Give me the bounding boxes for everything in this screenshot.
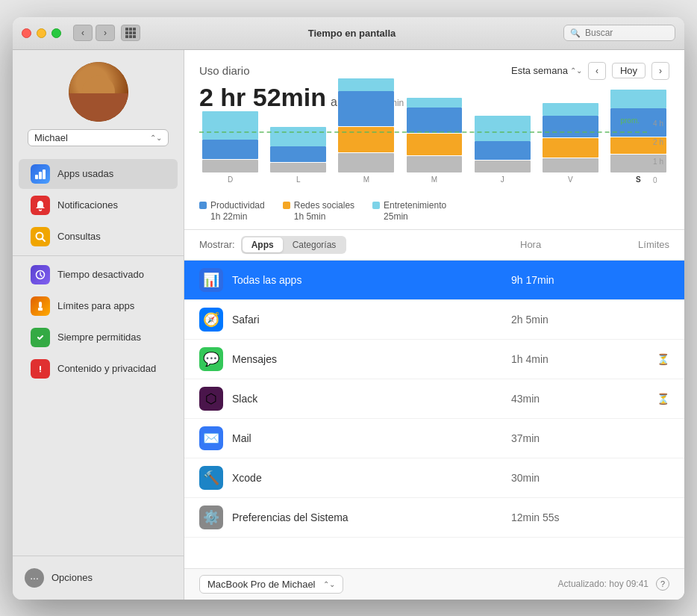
sidebar-item-consultas[interactable]: Consultas <box>19 222 178 252</box>
table-row-mensajes[interactable]: 💬Mensajes1h 4min⏳ <box>184 340 684 379</box>
legend-redes: Redes sociales 1h 5min <box>283 200 354 222</box>
sidebar-item-limites-para-apps[interactable]: Límites para apps <box>19 291 178 321</box>
col-hora-header: Hora <box>520 239 610 250</box>
svg-rect-1 <box>39 172 42 179</box>
apps-usadas-icon <box>31 164 50 184</box>
legend-dot-productividad <box>199 202 207 209</box>
sidebar-item-apps-usadas[interactable]: Apps usadas <box>19 159 178 189</box>
app-time-mensajes: 1h 4min <box>511 353 601 365</box>
bar-entertain-1 <box>270 127 326 146</box>
table-row-slack[interactable]: ⬡Slack43min⏳ <box>184 379 684 419</box>
tab-apps[interactable]: Apps <box>243 237 283 252</box>
device-select[interactable]: MacBook Pro de Michael <box>207 579 316 590</box>
sidebar-label-limites-para-apps: Límites para apps <box>57 300 134 311</box>
app-name-preferencias: Preferencias del Sistema <box>232 511 502 523</box>
device-select-wrapper[interactable]: MacBook Pro de Michael ⌃⌄ <box>199 575 343 594</box>
bar-group-J[interactable]: J <box>472 116 534 184</box>
bar-day-label-5: V <box>568 175 573 184</box>
chart-title: Uso diario <box>199 64 250 77</box>
app-name-mail: Mail <box>232 432 502 444</box>
options-label: Opciones <box>51 572 93 583</box>
sidebar-item-siempre-permitidas[interactable]: Siempre permitidas <box>19 323 178 352</box>
table-row-safari[interactable]: 🧭Safari2h 5min <box>184 300 684 340</box>
main-content: Michael ⌃⌄ Apps usadas Notificaciones <box>13 50 684 600</box>
bar-entertain-5 <box>543 103 598 116</box>
bar-group-L[interactable]: L <box>267 127 329 184</box>
y-label-4h: 4 h <box>653 119 663 128</box>
legend-name-entretenimiento: Entretenimiento <box>384 200 446 211</box>
notificaciones-icon <box>31 196 50 215</box>
legend-productividad-row: Productividad <box>199 200 265 211</box>
bar-entertain-6 <box>610 90 666 109</box>
legend-redes-row: Redes sociales <box>283 200 354 211</box>
bar-day-label-6: S <box>636 175 641 184</box>
period-selector[interactable]: Esta semana ⌃⌄ <box>511 65 582 76</box>
bar-group-V[interactable]: V <box>540 103 601 184</box>
table-row-todas-las-apps[interactable]: 📊Todas las apps9h 17min <box>184 261 684 300</box>
period-label: Esta semana <box>511 65 568 76</box>
table-row-mail[interactable]: ✉️Mail37min <box>184 419 684 458</box>
bar-group-M[interactable]: M <box>403 98 465 184</box>
limites-para-apps-icon <box>31 296 50 316</box>
table-row-xcode[interactable]: 🔨Xcode30min <box>184 458 684 498</box>
bar-day-label-1: L <box>296 175 301 184</box>
search-bar[interactable]: 🔍 <box>563 25 675 41</box>
legend-value-productividad: 1h 22min <box>210 211 265 222</box>
app-time-preferencias: 12min 55s <box>511 511 601 523</box>
bar-social-5 <box>543 138 598 158</box>
back-button[interactable]: ‹ <box>73 25 93 41</box>
col-limites-header: Límites <box>610 239 669 250</box>
app-icon-xcode: 🔨 <box>199 466 223 490</box>
sidebar-item-tiempo-desactivado[interactable]: Tiempo desactivado <box>19 260 178 290</box>
today-button[interactable]: Hoy <box>612 63 646 78</box>
user-select-wrapper[interactable]: Michael ⌃⌄ <box>28 129 169 146</box>
app-name-slack: Slack <box>232 393 502 405</box>
grid-button[interactable] <box>121 25 140 41</box>
traffic-lights <box>22 28 61 38</box>
user-select[interactable]: Michael <box>34 132 147 143</box>
consultas-icon <box>31 227 50 246</box>
options-item[interactable]: ··· Opciones <box>25 565 172 591</box>
right-panel: Uso diario Esta semana ⌃⌄ ‹ Hoy › 2 hr 5… <box>184 50 684 600</box>
prev-period-button[interactable]: ‹ <box>588 62 606 80</box>
bar-prod-0 <box>202 140 258 159</box>
maximize-button[interactable] <box>51 28 61 38</box>
bar-entertain-0 <box>202 111 258 140</box>
table-row-preferencias[interactable]: ⚙️Preferencias del Sistema12min 55s <box>184 498 684 538</box>
sidebar-spacer <box>13 385 184 556</box>
bar-group-D[interactable]: D <box>199 111 261 184</box>
bar-prod-3 <box>407 108 463 133</box>
svg-rect-6 <box>38 308 43 311</box>
titlebar: ‹ › Tiempo en pantalla 🔍 <box>13 17 684 50</box>
app-time-safari: 2h 5min <box>511 314 601 326</box>
next-period-button[interactable]: › <box>651 62 669 80</box>
sidebar-label-tiempo-desactivado: Tiempo desactivado <box>57 269 144 280</box>
select-arrows-icon: ⌃⌄ <box>150 134 162 142</box>
minimize-button[interactable] <box>37 28 46 38</box>
bar-stack-1 <box>267 127 329 173</box>
bar-prod-2 <box>338 91 394 126</box>
grid-icon <box>125 28 136 38</box>
sidebar-item-notificaciones[interactable]: Notificaciones <box>19 190 178 220</box>
app-name-safari: Safari <box>232 314 502 326</box>
sidebar-bottom: ··· Opciones <box>13 556 184 600</box>
svg-rect-0 <box>35 175 38 179</box>
forward-button[interactable]: › <box>96 25 115 41</box>
contenido-privacidad-icon <box>31 359 50 379</box>
bar-entertain-3 <box>407 98 463 108</box>
sidebar-label-consultas: Consultas <box>57 231 101 242</box>
sidebar: Michael ⌃⌄ Apps usadas Notificaciones <box>13 50 184 600</box>
help-button[interactable]: ? <box>656 577 669 591</box>
avatar <box>69 62 128 122</box>
chart-period: Esta semana ⌃⌄ ‹ Hoy › <box>511 62 669 80</box>
bar-chart-wrapper: DLMMJVS 4 h 2 h 1 h 0 prom. <box>199 116 669 199</box>
sidebar-item-contenido-privacidad[interactable]: Contenido y privacidad <box>19 354 178 384</box>
close-button[interactable] <box>22 28 31 38</box>
legend-dot-redes <box>283 202 290 209</box>
svg-rect-5 <box>39 302 42 308</box>
sidebar-label-contenido-privacidad: Contenido y privacidad <box>57 363 156 374</box>
table-header: Mostrar: Apps Categorías Hora Límites <box>184 230 684 261</box>
window-title: Tiempo en pantalla <box>140 28 563 39</box>
search-input[interactable] <box>585 28 669 38</box>
tab-categorias[interactable]: Categorías <box>284 237 346 252</box>
